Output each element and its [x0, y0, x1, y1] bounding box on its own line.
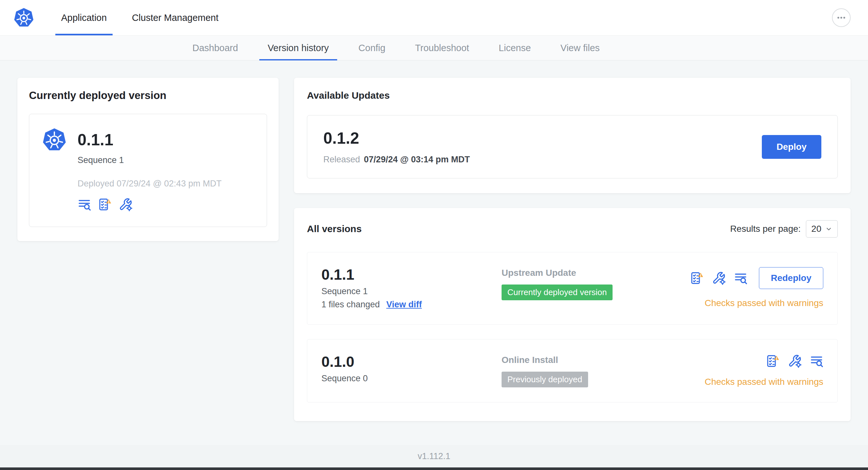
header-tabs: Application Cluster Management — [55, 0, 238, 35]
more-options-button[interactable] — [832, 8, 850, 27]
row-source: Upstream Update — [502, 268, 690, 278]
currently-deployed-card: Currently deployed version 0.1.1 Sequenc… — [18, 78, 279, 241]
row-actions: Redeploy — [690, 267, 823, 289]
deployed-sequence: Sequence 1 — [78, 155, 254, 165]
subtab-config-label: Config — [359, 43, 385, 54]
release-notes-icon[interactable] — [810, 354, 823, 368]
available-updates-card: Available Updates 0.1.2 Released 07/29/2… — [294, 78, 850, 193]
subtab-license[interactable]: License — [484, 36, 546, 60]
released-date: 07/29/24 @ 03:14 pm MDT — [364, 155, 470, 165]
preflight-checks-icon[interactable] — [98, 198, 112, 211]
checks-status-link[interactable]: Checks passed with warnings — [705, 377, 823, 387]
release-notes-icon[interactable] — [78, 198, 91, 211]
deployed-actions — [78, 198, 254, 211]
more-options-icon — [836, 12, 847, 23]
currently-deployed-inner: 0.1.1 Sequence 1 Deployed 07/29/24 @ 02:… — [29, 114, 267, 227]
deployed-status-badge: Currently deployed version — [502, 284, 613, 300]
currently-deployed-title: Currently deployed version — [29, 89, 267, 102]
tab-application-label: Application — [61, 12, 107, 23]
config-icon[interactable] — [119, 198, 132, 211]
subtab-dashboard[interactable]: Dashboard — [178, 36, 253, 60]
subtab-view-files[interactable]: View files — [546, 36, 615, 60]
redeploy-button[interactable]: Redeploy — [759, 267, 823, 289]
kubernetes-logo-icon — [42, 128, 67, 152]
row-actions — [766, 354, 823, 368]
row-version-number: 0.1.0 — [321, 353, 502, 370]
view-diff-link[interactable]: View diff — [386, 300, 422, 310]
all-versions-card: All versions Results per page: 20 0.1.1 … — [294, 208, 850, 421]
preflight-checks-icon[interactable] — [766, 354, 779, 368]
preflight-checks-icon[interactable] — [690, 271, 704, 285]
released-prefix: Released — [323, 155, 360, 165]
deployed-version-number: 0.1.1 — [78, 131, 113, 149]
row-version-number: 0.1.1 — [321, 266, 502, 283]
version-row: 0.1.1 Sequence 1 1 files changed View di… — [307, 252, 838, 325]
kubernetes-logo-icon[interactable] — [13, 7, 34, 28]
tab-application[interactable]: Application — [55, 0, 113, 35]
results-per-page-label: Results per page: — [730, 224, 800, 234]
update-version-number: 0.1.2 — [323, 129, 470, 147]
results-per-page-value: 20 — [811, 224, 822, 234]
footer: v1.112.1 — [0, 445, 868, 467]
checks-status-link[interactable]: Checks passed with warnings — [705, 298, 823, 308]
results-per-page: Results per page: 20 — [730, 220, 838, 238]
release-notes-icon[interactable] — [734, 271, 747, 285]
available-updates-title: Available Updates — [307, 90, 838, 101]
update-released-line: Released 07/29/24 @ 03:14 pm MDT — [323, 155, 470, 165]
results-per-page-select[interactable]: 20 — [806, 220, 838, 238]
subtab-dashboard-label: Dashboard — [192, 43, 238, 54]
subtab-version-history-label: Version history — [268, 43, 329, 54]
version-row: 0.1.0 Sequence 0 Online Install Previous… — [307, 339, 838, 402]
deploy-button[interactable]: Deploy — [762, 135, 822, 159]
tab-cluster-management-label: Cluster Management — [132, 12, 218, 23]
tab-cluster-management[interactable]: Cluster Management — [126, 0, 224, 35]
main-content: Currently deployed version 0.1.1 Sequenc… — [0, 61, 868, 421]
app-header: Application Cluster Management — [0, 0, 868, 35]
bottom-window-edge — [0, 467, 868, 470]
subtab-license-label: License — [499, 43, 531, 54]
all-versions-title: All versions — [307, 224, 362, 234]
right-column: Available Updates 0.1.2 Released 07/29/2… — [294, 78, 850, 421]
config-icon[interactable] — [712, 271, 725, 285]
row-source: Online Install — [502, 355, 705, 365]
all-versions-header: All versions Results per page: 20 — [307, 220, 838, 238]
deployed-status-badge: Previously deployed — [502, 372, 588, 388]
row-files-changed: 1 files changed — [321, 300, 380, 310]
subtab-view-files-label: View files — [560, 43, 600, 54]
row-sequence: Sequence 1 — [321, 287, 502, 296]
chevron-down-icon — [825, 225, 832, 232]
subtab-troubleshoot-label: Troubleshoot — [415, 43, 469, 54]
subtab-config[interactable]: Config — [344, 36, 400, 60]
subtab-version-history[interactable]: Version history — [253, 36, 344, 60]
available-update-row: 0.1.2 Released 07/29/24 @ 03:14 pm MDT D… — [307, 115, 838, 178]
row-sequence: Sequence 0 — [321, 374, 502, 383]
subtab-troubleshoot[interactable]: Troubleshoot — [400, 36, 484, 60]
config-icon[interactable] — [788, 354, 801, 368]
deployed-timestamp: Deployed 07/29/24 @ 02:43 pm MDT — [78, 179, 254, 189]
app-version-text: v1.112.1 — [417, 451, 451, 461]
subnav: Dashboard Version history Config Trouble… — [0, 35, 868, 61]
